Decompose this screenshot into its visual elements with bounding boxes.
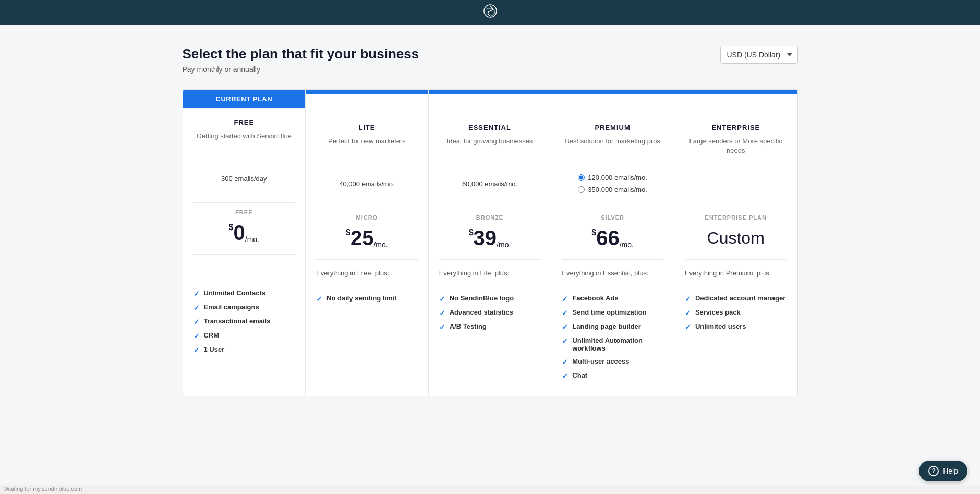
plan-body-premium: PREMIUM Best solution for marketing pros… [551,113,674,396]
plan-tier: BRONZE [439,214,541,221]
feature-list: ✓ No SendinBlue logo ✓ Advanced statisti… [439,294,541,331]
feature-item: ✓ Unlimited Contacts [193,289,295,298]
plan-emails-text: 60,000 emails/mo. [462,180,517,188]
plan-price-currency: $ [591,228,596,237]
plan-tier: ENTERPRISE PLAN [685,214,787,221]
plan-includes: Everything in Lite, plus: [439,268,541,288]
plan-price: $ 0 /mo. [193,220,295,246]
plan-includes: Everything in Free, plus: [316,268,418,288]
check-icon: ✓ [193,318,200,326]
plan-price-period: /mo. [620,240,634,249]
plan-price-custom: Custom [707,228,765,248]
check-icon: ✓ [193,332,200,340]
feature-label: Facebook Ads [572,294,618,302]
navbar [0,0,980,25]
plan-divider-1 [562,208,663,208]
feature-label: Unlimited users [695,322,746,330]
plan-divider-2 [439,259,541,260]
feature-label: Services pack [695,308,741,316]
plan-emails: 300 emails/day [193,163,295,194]
check-icon: ✓ [685,323,691,331]
plan-divider-1 [316,208,418,208]
feature-label: Transactional emails [204,317,271,325]
current-plan-badge: CURRENT PLAN [183,90,306,108]
feature-item: ✓ Transactional emails [193,317,295,326]
plan-price-amount: 25 [350,227,374,248]
plan-col-free: CURRENT PLAN FREE Getting started with S… [183,90,306,396]
page-header: Select the plan that fit your business P… [183,46,798,74]
feature-label: No daily sending limit [326,294,396,302]
check-icon: ✓ [193,346,200,354]
feature-item: ✓ No SendinBlue logo [439,294,541,303]
plan-emails-text: 40,000 emails/mo. [339,180,394,188]
check-icon: ✓ [562,372,568,380]
radio-input-1[interactable] [578,186,585,193]
check-icon: ✓ [193,290,200,298]
feature-label: Landing page builder [572,322,640,330]
plan-emails: 40,000 emails/mo. [316,168,418,199]
plan-top-bar-lite [306,90,428,94]
radio-option-0[interactable]: 120,000 emails/mo. [578,174,647,182]
feature-item: ✓ No daily sending limit [316,294,418,303]
plan-price-period: /mo. [497,240,511,249]
help-button[interactable]: ? Help [919,461,967,481]
help-label: Help [943,467,958,475]
feature-item: ✓ Landing page builder [562,322,663,331]
currency-select[interactable]: USD (US Dollar) [720,46,798,64]
radio-option-1[interactable]: 350,000 emails/mo. [578,186,647,194]
plan-price: Custom [685,225,787,251]
check-icon: ✓ [562,295,568,303]
feature-item: ✓ CRM [193,331,295,340]
plan-top-bar-enterprise [674,90,797,94]
check-icon: ✓ [439,323,445,331]
page-title: Select the plan that fit your business [183,46,419,62]
feature-list: ✓ Dedicated account manager ✓ Services p… [685,294,787,331]
feature-label: Unlimited Automation workflows [572,336,663,352]
plan-includes [193,263,295,283]
page-header-left: Select the plan that fit your business P… [183,46,419,74]
plan-price: $ 39 /mo. [439,225,541,251]
plan-price-currency: $ [469,228,474,237]
plan-emails [685,168,787,199]
feature-item: ✓ Send time optimization [562,308,663,317]
feature-item: ✓ Unlimited users [685,322,787,331]
plan-emails-text: 300 emails/day [221,175,267,183]
feature-label: Unlimited Contacts [204,289,265,297]
feature-label: Multi-user access [572,357,629,365]
radio-label-0: 120,000 emails/mo. [588,174,647,182]
plan-tagline: Large senders or More specific needs [685,137,787,158]
plan-col-enterprise: ENTERPRISE Large senders or More specifi… [674,90,797,396]
feature-item: ✓ 1 User [193,345,295,354]
plan-includes: Everything in Premium, plus: [685,268,787,288]
radio-input-0[interactable] [578,174,585,181]
plan-body-essential: ESSENTIAL Ideal for growing businesses 6… [429,113,551,396]
feature-item: ✓ A/B Testing [439,322,541,331]
plan-tier: MICRO [316,214,418,221]
plan-tier: SILVER [562,214,663,221]
plan-price: $ 66 /mo. [562,225,663,251]
plan-price-amount: 39 [474,227,497,248]
plan-tagline: Best solution for marketing pros [562,137,663,158]
status-bar: Waiting for my.sendinblue.com [0,485,980,494]
plan-name: PREMIUM [562,124,663,131]
plan-divider-1 [193,202,295,203]
navbar-logo [483,4,498,21]
feature-label: A/B Testing [450,322,487,330]
check-icon: ✓ [193,304,200,312]
plan-col-lite: LITE Perfect for new marketers 40,000 em… [306,90,429,396]
plan-divider-2 [193,254,295,255]
check-icon: ✓ [316,295,322,303]
feature-list: ✓ Unlimited Contacts ✓ Email campaigns ✓… [193,289,295,354]
plan-price-period: /mo. [245,235,259,244]
check-icon: ✓ [439,295,445,303]
plan-price-period: /mo. [373,240,388,249]
plan-name: LITE [316,124,418,131]
plan-price-currency: $ [229,223,234,232]
feature-item: ✓ Email campaigns [193,303,295,312]
feature-label: 1 User [204,345,225,353]
page-subtitle: Pay monthly or annually [183,65,419,74]
plan-col-premium: PREMIUM Best solution for marketing pros… [551,90,674,396]
check-icon: ✓ [562,337,568,345]
plan-emails: 120,000 emails/mo. 350,000 emails/mo. [562,168,663,199]
plan-divider-2 [562,259,663,260]
